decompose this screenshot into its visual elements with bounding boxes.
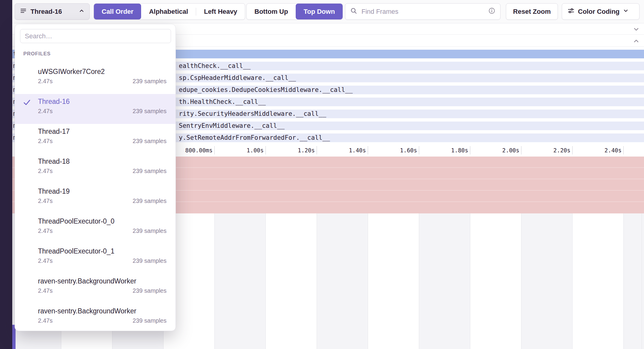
profile-samples: 239 samples [133,168,167,174]
find-frames-input[interactable] [361,7,485,16]
axis-tick-label: 1.00s [204,147,264,154]
axis-tick-label: 1.40s [306,147,366,154]
profile-samples: 239 samples [133,108,167,115]
profiles-list: uWSGIWorker7Core2 2.47s239 samples Threa… [15,64,176,331]
profile-name: ThreadPoolExecutor-0_1 [38,247,167,256]
profile-duration: 2.47s [38,287,53,294]
profile-name: Thread-19 [38,187,167,196]
profile-duration: 2.47s [38,138,53,145]
profile-duration: 2.47s [38,108,53,115]
profile-samples: 239 samples [133,198,167,204]
reset-zoom-button[interactable]: Reset Zoom [506,3,558,20]
profiler-toolbar: Thread-16 Call Order Alphabetical Left H… [12,0,644,23]
chevron-down-icon[interactable] [633,26,640,33]
profile-option[interactable]: raven-sentry.BackgroundWorker 2.47s239 s… [15,304,176,331]
find-frames-box [345,3,500,20]
thread-selector-label: Thread-16 [30,8,62,16]
profile-option[interactable]: raven-sentry.BackgroundWorker 2.47s239 s… [15,274,176,304]
chevron-up-icon [79,8,85,16]
reset-zoom-label: Reset Zoom [513,8,551,16]
direction-segmented-control: Bottom Up Top Down [246,3,343,20]
frame-text: ealthCheck.__call__ [179,62,251,70]
color-coding-button[interactable]: Color Coding [562,3,640,20]
frame-text: edupe_cookies.DedupeCookiesMiddleware.__… [179,86,353,94]
profile-duration: 2.47s [38,317,53,324]
thread-selector-button[interactable]: Thread-16 [15,3,90,20]
profile-option-selected[interactable]: Thread-16 2.47s239 samples [15,94,176,124]
chevron-down-icon [623,8,629,16]
frame-text: y.SetRemoteAddrFromForwardedFor.__call__ [179,133,330,142]
profile-samples: 239 samples [133,78,167,85]
profile-name: raven-sentry.BackgroundWorker [38,306,167,315]
axis-tick-label: 2.00s [460,147,519,154]
sort-call-order-button[interactable]: Call Order [94,4,141,19]
app-sidebar-strip [0,0,12,349]
sliders-icon [567,7,575,16]
profile-samples: 239 samples [133,317,167,324]
profile-duration: 2.47s [38,257,53,264]
profile-option[interactable]: ThreadPoolExecutor-0_1 2.47s239 samples [15,244,176,274]
profile-name: Thread-16 [38,97,167,106]
axis-tick-label: 2.40s [562,147,622,154]
profile-name: raven-sentry.BackgroundWorker [38,277,167,286]
profile-option[interactable]: Thread-18 2.47s239 samples [15,154,176,184]
frame-text: SentryEnvMiddleware.__call__ [179,122,285,130]
profile-samples: 239 samples [133,287,167,294]
bottom-up-button[interactable]: Bottom Up [247,4,296,19]
sort-left-heavy-button[interactable]: Left Heavy [196,4,245,19]
profile-duration: 2.47s [38,227,53,234]
axis-tick-label: 2.20s [511,147,570,154]
profile-duration: 2.47s [38,168,53,174]
profiles-dropdown-panel: PROFILES uWSGIWorker7Core2 2.47s239 samp… [15,24,176,331]
search-icon [350,7,357,16]
check-icon [23,98,31,107]
profile-name: ThreadPoolExecutor-0_0 [38,217,167,226]
profile-option[interactable]: Thread-19 2.47s239 samples [15,184,176,214]
profile-option[interactable]: ThreadPoolExecutor-0_0 2.47s239 samples [15,214,176,244]
frame-text: sp.CspHeaderMiddleware.__call__ [179,74,296,82]
axis-tick-label: 1.60s [357,147,417,154]
profile-samples: 239 samples [133,138,167,145]
profile-samples: 239 samples [133,257,167,264]
sort-mode-segmented-control: Call Order Alphabetical Left Heavy [94,3,245,20]
sort-alphabetical-button[interactable]: Alphabetical [141,4,196,19]
frame-text: th.HealthCheck.__call__ [179,98,266,106]
info-icon[interactable] [488,7,495,16]
profile-samples: 239 samples [133,227,167,234]
profile-option[interactable]: Thread-17 2.47s239 samples [15,124,176,154]
profile-option[interactable]: uWSGIWorker7Core2 2.47s239 samples [15,64,176,94]
dropdown-search-input[interactable] [20,29,171,43]
profile-duration: 2.47s [38,198,53,204]
profile-name: Thread-18 [38,157,167,166]
profile-list-icon [20,7,27,16]
axis-tick-label: 1.80s [408,147,468,154]
profile-name: Thread-17 [38,127,167,136]
profile-duration: 2.47s [38,78,53,85]
axis-tick [623,146,624,154]
chevron-up-icon[interactable] [633,37,640,45]
frame-text: rity.SecurityHeadersMiddleware.__call__ [179,110,326,118]
axis-tick-label: 1.20s [255,147,315,154]
profile-name: uWSGIWorker7Core2 [38,67,167,76]
profiles-section-label: PROFILES [23,51,176,57]
top-down-button[interactable]: Top Down [296,4,343,19]
color-coding-label: Color Coding [578,8,619,16]
